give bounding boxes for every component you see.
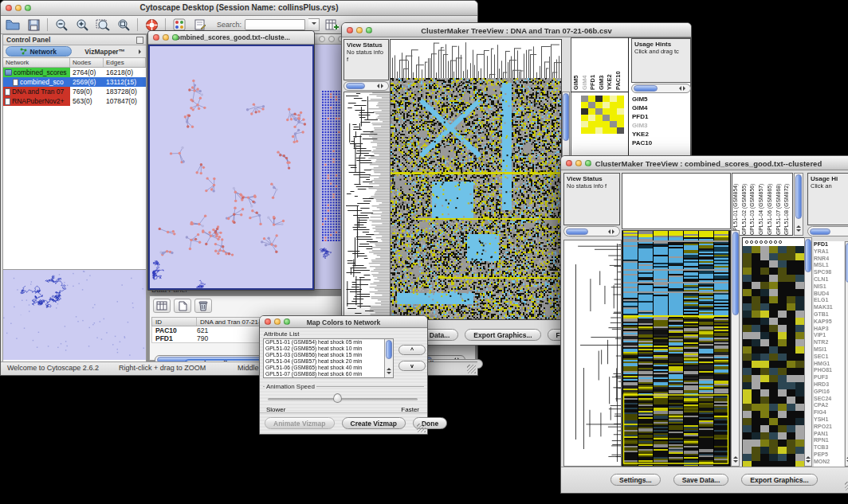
move-up-button[interactable]: ^	[398, 345, 426, 355]
close-icon[interactable]	[6, 5, 12, 11]
gene-label[interactable]: MSI1	[814, 346, 844, 354]
gene-label[interactable]: YRA1	[814, 248, 844, 256]
attribute-item[interactable]: GPL51-02 (GSM855) heat shock 10 min	[264, 346, 393, 352]
gene-label[interactable]: NTR2	[814, 339, 844, 346]
scrollbar-thumb[interactable]	[805, 239, 811, 272]
correlation-matrix-canvas[interactable]	[581, 96, 624, 134]
tab-overflow-icon[interactable]	[139, 49, 143, 54]
gene-label[interactable]: GIM5	[632, 95, 689, 104]
scrollbar-thumb[interactable]	[634, 85, 658, 92]
minimize-icon[interactable]	[163, 34, 169, 41]
zoom-in-button[interactable]	[73, 18, 91, 33]
attribute-list[interactable]: GPL51-01 (GSM854) heat shock 05 minGPL51…	[263, 338, 394, 378]
delete-attribute-button[interactable]	[194, 299, 212, 313]
search-input[interactable]	[245, 19, 305, 30]
gene-label[interactable]: PFD1	[814, 241, 844, 248]
scroll-right-icon[interactable]	[381, 84, 386, 88]
gene-label[interactable]: PFD1	[632, 112, 689, 121]
column-header[interactable]: ID	[152, 318, 197, 326]
minimize-icon[interactable]	[575, 160, 582, 166]
column-label[interactable]: GPL51-03 (GSM856)	[749, 174, 758, 235]
column-label[interactable]: GIM3	[598, 41, 607, 90]
treeview-titlebar[interactable]: ClusterMaker TreeView : combined_scores_…	[561, 156, 848, 170]
gene-label[interactable]: ELG1	[814, 297, 844, 304]
gene-label[interactable]: CPA2	[814, 402, 844, 409]
column-header[interactable]: Edges	[104, 58, 146, 67]
resize-grip[interactable]	[417, 424, 426, 432]
tab-network[interactable]: Network	[6, 46, 72, 57]
animate-vizmap-button[interactable]: Animate Vizmap	[265, 417, 335, 429]
attribute-item[interactable]: GPL51-04 (GSM857) heat shock 20 min	[264, 358, 393, 365]
gene-label[interactable]: SEC24	[814, 396, 844, 403]
network-list-row[interactable]: RNAPuberNov2+563(0)107847(0)	[3, 96, 146, 106]
treeview-titlebar[interactable]: ClusterMaker TreeView : DNA and Tran 07-…	[342, 23, 691, 37]
network-canvas[interactable]	[150, 46, 312, 288]
column-label[interactable]: GIM4	[581, 41, 590, 90]
gene-label[interactable]: PEP5	[814, 451, 844, 459]
zoom-selected-button[interactable]	[115, 18, 132, 33]
treeview-button[interactable]: Settings...	[610, 474, 661, 486]
status-hscrollbar[interactable]	[563, 226, 620, 236]
zoom-icon[interactable]	[25, 5, 31, 11]
cytoscape-titlebar[interactable]: Cytoscape Desktop (Session Name: collins…	[1, 1, 477, 16]
scroll-up-icon[interactable]	[796, 223, 801, 228]
labels-vscrollbar[interactable]	[794, 173, 803, 236]
zoom-icon[interactable]	[172, 34, 179, 41]
scroll-down-icon[interactable]	[733, 460, 738, 465]
gene-label[interactable]: SEC1	[814, 354, 844, 361]
column-label[interactable]: PAC10	[614, 41, 623, 90]
float-panel-icon[interactable]	[136, 37, 143, 44]
attribute-item[interactable]: GPL51-03 (GSM856) heat shock 15 min	[264, 352, 393, 358]
row-dendrogram-canvas[interactable]	[563, 240, 622, 467]
close-icon[interactable]	[153, 34, 159, 41]
close-icon[interactable]	[319, 36, 325, 42]
gene-label[interactable]: GTB1	[814, 311, 844, 318]
gene-label[interactable]: KAP95	[814, 318, 844, 326]
scroll-left-icon[interactable]	[375, 84, 379, 88]
hints-hscrollbar[interactable]	[631, 84, 691, 93]
scrollbar-thumb[interactable]	[732, 232, 739, 315]
zoom-vscrollbar[interactable]	[804, 237, 812, 467]
gene-label[interactable]: FIG4	[814, 409, 844, 416]
scroll-down-icon[interactable]	[806, 460, 811, 465]
minimize-icon[interactable]	[15, 5, 22, 11]
scroll-right-icon[interactable]	[683, 86, 688, 91]
minimize-icon[interactable]	[274, 318, 281, 325]
scrollbar-thumb[interactable]	[563, 93, 569, 141]
attribute-item[interactable]: GPL51-06 (GSM865) heat shock 40 min	[264, 365, 393, 371]
gene-label[interactable]: TCB3	[814, 444, 844, 451]
scroll-down-icon[interactable]	[387, 372, 391, 377]
gene-label[interactable]: PAN1	[814, 431, 844, 438]
scroll-right-icon[interactable]	[612, 229, 617, 234]
gene-label[interactable]: GIM3	[632, 121, 689, 130]
resize-grip[interactable]	[845, 482, 848, 490]
gene-label[interactable]: HAP3	[814, 326, 844, 333]
scroll-up-icon[interactable]	[733, 454, 738, 459]
gene-label[interactable]: PUF3	[814, 374, 844, 381]
column-label[interactable]: GPL51-07 (GSM868)	[775, 174, 784, 235]
column-label[interactable]: PFD1	[589, 41, 598, 90]
gene-label[interactable]: HMG1	[814, 361, 844, 368]
gene-label[interactable]: PHO81	[814, 367, 844, 374]
close-icon[interactable]	[347, 27, 353, 33]
column-header[interactable]: Network	[3, 58, 70, 67]
scrollbar-thumb[interactable]	[386, 340, 392, 359]
zoom-icon[interactable]	[366, 27, 372, 33]
speed-slider-thumb[interactable]	[333, 393, 342, 403]
scroll-up-icon[interactable]	[806, 454, 811, 459]
gene-label[interactable]: BUD4	[814, 291, 844, 298]
zoom-icon[interactable]	[284, 318, 290, 325]
gene-label[interactable]: NIS1	[814, 283, 844, 291]
minimize-icon[interactable]	[356, 27, 363, 33]
network-list-row[interactable]: combined_scores2764(0)16218(0)	[3, 68, 146, 77]
scroll-left-icon[interactable]	[606, 229, 610, 234]
global-heatmap-canvas[interactable]	[622, 230, 731, 467]
gene-label[interactable]: MSL1	[814, 262, 844, 269]
network-overview-canvas[interactable]	[3, 269, 146, 360]
gene-label[interactable]: GIM4	[632, 104, 689, 112]
save-session-button[interactable]	[25, 18, 42, 33]
scrollbar-thumb[interactable]	[566, 229, 588, 235]
search-dropdown[interactable]	[308, 18, 320, 31]
gene-label[interactable]: HRD3	[814, 381, 844, 389]
resize-grip[interactable]	[467, 365, 476, 373]
